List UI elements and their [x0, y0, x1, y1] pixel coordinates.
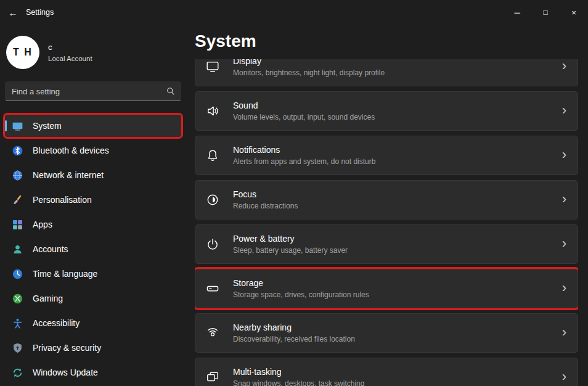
sidebar-item-accounts[interactable]: Accounts: [5, 238, 181, 260]
card-focus[interactable]: Focus Reduce distractions ›: [195, 180, 578, 220]
card-title: Focus: [233, 189, 562, 199]
card-nearby-sharing[interactable]: Nearby sharing Discoverability, received…: [195, 313, 578, 353]
card-title: Sound: [233, 101, 562, 110]
network-globe-icon: [12, 170, 23, 181]
apps-grid-icon: [12, 220, 23, 230]
display-icon: [206, 60, 219, 73]
card-subtitle: Reduce distractions: [233, 202, 562, 210]
clock-icon: [12, 269, 23, 279]
maximize-icon: □: [543, 8, 547, 17]
bluetooth-icon: [12, 146, 23, 156]
sidebar-item-label: Time & language: [33, 269, 97, 279]
card-title: Power & battery: [233, 234, 562, 244]
settings-card-list: Display Monitors, brightness, night ligh…: [195, 59, 578, 386]
card-subtitle: Discoverability, received files location: [233, 335, 562, 343]
sidebar-item-system[interactable]: System: [5, 115, 181, 137]
window-title: Settings: [26, 8, 54, 17]
accounts-person-icon: [12, 244, 23, 255]
sidebar-item-time-language[interactable]: Time & language: [5, 263, 181, 285]
search-icon[interactable]: [161, 87, 181, 96]
account-type: Local Account: [48, 55, 92, 62]
sound-icon: [206, 104, 219, 118]
card-title: Multi-tasking: [233, 367, 562, 377]
chevron-right-icon: ›: [562, 370, 566, 385]
sidebar-item-label: Apps: [33, 220, 52, 229]
chevron-right-icon: ›: [562, 281, 566, 297]
card-title: Notifications: [233, 145, 562, 155]
power-icon: [206, 237, 219, 251]
titlebar: ← Settings ─ □ ×: [0, 0, 588, 25]
nearby-sharing-icon: [206, 326, 219, 340]
sidebar-item-windows-update[interactable]: Windows Update: [5, 361, 181, 384]
card-sound[interactable]: Sound Volume levels, output, input, soun…: [195, 91, 578, 131]
sidebar-item-gaming[interactable]: Gaming: [5, 287, 181, 310]
back-button[interactable]: ←: [0, 1, 26, 23]
avatar: T H: [6, 36, 39, 69]
notifications-icon: [206, 149, 219, 162]
shield-icon: [12, 343, 23, 353]
window-controls: ─ □ ×: [503, 0, 588, 25]
sidebar-item-bluetooth-devices[interactable]: Bluetooth & devices: [5, 139, 181, 162]
card-subtitle: Alerts from apps and system, do not dist…: [233, 157, 562, 166]
close-icon: ×: [571, 8, 576, 17]
account-summary: T H c Local Account: [5, 30, 181, 81]
close-button[interactable]: ×: [560, 0, 588, 25]
maximize-button[interactable]: □: [531, 0, 560, 25]
card-power-battery[interactable]: Power & battery Sleep, battery usage, ba…: [195, 224, 578, 264]
minimize-button[interactable]: ─: [503, 0, 531, 25]
main-panel: System Display Monitors, brightness, nig…: [195, 25, 588, 386]
system-monitor-icon: [12, 121, 23, 131]
card-subtitle: Volume levels, output, input, sound devi…: [233, 113, 562, 121]
card-subtitle: Sleep, battery usage, battery saver: [233, 246, 562, 255]
sidebar-item-label: Windows Update: [33, 368, 98, 377]
sidebar-item-label: Bluetooth & devices: [33, 146, 109, 155]
card-storage[interactable]: Storage Storage space, drives, configura…: [195, 269, 578, 308]
sidebar-item-label: Accounts: [33, 244, 68, 254]
search-input[interactable]: [6, 87, 161, 96]
card-display[interactable]: Display Monitors, brightness, night ligh…: [195, 59, 578, 86]
chevron-right-icon: ›: [562, 104, 566, 119]
sidebar-item-personalisation[interactable]: Personalisation: [5, 189, 181, 211]
storage-icon: [206, 282, 219, 295]
sidebar-item-label: Privacy & security: [33, 343, 101, 353]
card-subtitle: Snap windows, desktops, task switching: [233, 379, 562, 386]
card-subtitle: Monitors, brightness, night light, displ…: [233, 68, 562, 77]
chevron-right-icon: ›: [562, 237, 566, 252]
sidebar-item-label: Network & internet: [33, 170, 104, 180]
chevron-right-icon: ›: [562, 148, 566, 163]
minimize-icon: ─: [514, 8, 520, 17]
card-title: Storage: [233, 278, 562, 288]
sidebar-nav: System Bluetooth & devices Network & int…: [5, 113, 181, 385]
multitasking-icon: [206, 371, 219, 384]
back-arrow-icon: ←: [9, 7, 18, 18]
update-arrows-icon: [12, 368, 23, 378]
sidebar-item-accessibility[interactable]: Accessibility: [5, 312, 181, 334]
search-box: [5, 81, 181, 101]
sidebar-item-network-internet[interactable]: Network & internet: [5, 164, 181, 186]
sidebar-item-label: System: [33, 121, 62, 131]
sidebar-item-label: Accessibility: [33, 318, 80, 328]
sidebar: T H c Local Account System Bluetooth & d…: [0, 25, 186, 386]
sidebar-item-label: Personalisation: [33, 195, 92, 205]
focus-icon: [206, 193, 219, 207]
chevron-right-icon: ›: [562, 59, 566, 75]
card-subtitle: Storage space, drives, configuration rul…: [233, 290, 562, 299]
card-title: Display: [233, 59, 562, 66]
sidebar-item-apps[interactable]: Apps: [5, 213, 181, 236]
account-name: c: [48, 43, 92, 52]
card-multi-tasking[interactable]: Multi-tasking Snap windows, desktops, ta…: [195, 358, 578, 386]
xbox-icon: [12, 294, 23, 304]
sidebar-item-label: Gaming: [33, 294, 63, 303]
accessibility-person-icon: [12, 318, 23, 329]
chevron-right-icon: ›: [562, 326, 566, 341]
sidebar-item-privacy-security[interactable]: Privacy & security: [5, 337, 181, 359]
personalisation-brush-icon: [12, 195, 23, 205]
page-title: System: [195, 31, 588, 51]
card-title: Nearby sharing: [233, 322, 562, 332]
chevron-right-icon: ›: [562, 192, 566, 208]
card-notifications[interactable]: Notifications Alerts from apps and syste…: [195, 136, 578, 175]
